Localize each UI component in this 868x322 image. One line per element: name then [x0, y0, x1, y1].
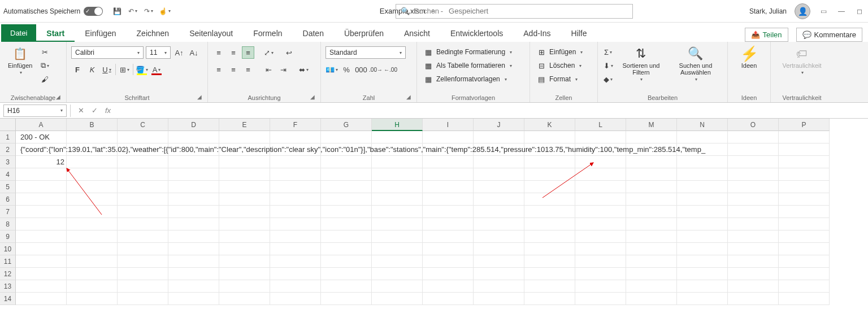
minimize-icon[interactable]: —	[836, 6, 847, 16]
cell-o1[interactable]	[728, 131, 779, 143]
cell-d3[interactable]	[168, 156, 219, 168]
cell-j12[interactable]	[474, 268, 524, 280]
cell-e12[interactable]	[219, 268, 270, 280]
share-button[interactable]: 📤Teilen	[745, 28, 788, 42]
cell-c4[interactable]	[118, 168, 168, 181]
row-header-1[interactable]: 1	[0, 131, 16, 143]
row-header-5[interactable]: 5	[0, 181, 16, 193]
select-all-corner[interactable]	[0, 119, 16, 131]
align-top-icon[interactable]: ≡	[212, 46, 225, 59]
cell-o9[interactable]	[728, 230, 779, 243]
cell-l14[interactable]	[575, 293, 626, 305]
cell-g4[interactable]	[321, 168, 372, 181]
cell-e4[interactable]	[219, 168, 270, 181]
cell-f6[interactable]	[270, 193, 321, 206]
row-header-6[interactable]: 6	[0, 193, 16, 206]
cell-k1[interactable]	[524, 131, 575, 143]
cell-b9[interactable]	[67, 230, 118, 243]
cell-n3[interactable]	[677, 156, 728, 168]
cell-a13[interactable]	[16, 280, 67, 293]
cell-b13[interactable]	[67, 280, 118, 293]
cell-c11[interactable]	[118, 255, 168, 268]
cell-j8[interactable]	[474, 218, 524, 230]
cell-h5[interactable]	[372, 181, 423, 193]
col-header-c[interactable]: C	[118, 119, 168, 131]
cell-o7[interactable]	[728, 206, 779, 218]
find-select-button[interactable]: 🔍 Suchen und Auswählen▾	[669, 44, 723, 84]
tab-help[interactable]: Hilfe	[561, 24, 597, 42]
cell-j6[interactable]	[474, 193, 524, 206]
tab-formulas[interactable]: Formeln	[243, 24, 292, 42]
cell-j9[interactable]	[474, 230, 524, 243]
sort-filter-button[interactable]: ⇅ Sortieren und Filtern▾	[617, 44, 665, 84]
cell-o8[interactable]	[728, 218, 779, 230]
cell-h7[interactable]	[372, 206, 423, 218]
cell-m1[interactable]	[626, 131, 677, 143]
cell-j5[interactable]	[474, 181, 524, 193]
autosave-toggle[interactable]: Automatisches Speichern ✓	[3, 7, 103, 16]
cell-g12[interactable]	[321, 268, 372, 280]
number-format-select[interactable]: Standard▾	[326, 46, 406, 59]
cell-a10[interactable]	[16, 243, 67, 255]
search-input[interactable]: 🔍 Suchen	[396, 4, 633, 19]
cell-g1[interactable]	[321, 131, 372, 143]
cell-o5[interactable]	[728, 181, 779, 193]
cell-k8[interactable]	[524, 218, 575, 230]
cell-n7[interactable]	[677, 206, 728, 218]
comments-button[interactable]: 💬Kommentare	[796, 28, 862, 42]
cell-f7[interactable]	[270, 206, 321, 218]
cell-k7[interactable]	[524, 206, 575, 218]
cell-m9[interactable]	[626, 230, 677, 243]
wrap-text-icon[interactable]: ↩	[283, 46, 295, 59]
sensitivity-button[interactable]: 🏷 Vertraulichkeit▾	[779, 44, 824, 77]
insert-cells-button[interactable]: ⊞Einfügen▾	[535, 46, 585, 58]
cell-c13[interactable]	[118, 280, 168, 293]
cell-e13[interactable]	[219, 280, 270, 293]
cell-g11[interactable]	[321, 255, 372, 268]
cell-e7[interactable]	[219, 206, 270, 218]
cell-f12[interactable]	[270, 268, 321, 280]
autosum-icon[interactable]: Σ▾	[602, 46, 614, 58]
cell-n14[interactable]	[677, 293, 728, 305]
tab-pagelayout[interactable]: Seitenlayout	[179, 24, 243, 42]
save-icon[interactable]: 💾	[112, 6, 122, 16]
align-right-icon[interactable]: ≡	[242, 63, 254, 76]
cell-p5[interactable]	[779, 181, 830, 193]
cell-g6[interactable]	[321, 193, 372, 206]
cell-e9[interactable]	[219, 230, 270, 243]
cell-o11[interactable]	[728, 255, 779, 268]
cell-l12[interactable]	[575, 268, 626, 280]
cell-h11[interactable]	[372, 255, 423, 268]
font-color-icon[interactable]: A▾	[150, 63, 163, 76]
col-header-d[interactable]: D	[168, 119, 219, 131]
row-header-4[interactable]: 4	[0, 168, 16, 181]
format-painter-icon[interactable]: 🖌	[39, 73, 50, 85]
cell-d9[interactable]	[168, 230, 219, 243]
cell-n5[interactable]	[677, 181, 728, 193]
cell-o4[interactable]	[728, 168, 779, 181]
cell-c10[interactable]	[118, 243, 168, 255]
increase-font-icon[interactable]: A↑	[173, 46, 185, 59]
cell-h12[interactable]	[372, 268, 423, 280]
formula-input[interactable]	[115, 105, 868, 117]
cell-c9[interactable]	[118, 230, 168, 243]
borders-icon[interactable]: ⊞▾	[118, 63, 131, 76]
cell-g8[interactable]	[321, 218, 372, 230]
tab-developer[interactable]: Entwicklertools	[440, 24, 513, 42]
maximize-icon[interactable]: ◻	[854, 6, 865, 16]
decrease-indent-icon[interactable]: ⇤	[262, 63, 275, 76]
cell-o12[interactable]	[728, 268, 779, 280]
copy-icon[interactable]: ⧉▾	[39, 60, 50, 71]
row-header-8[interactable]: 8	[0, 218, 16, 230]
tab-data[interactable]: Daten	[293, 24, 334, 42]
cell-d12[interactable]	[168, 268, 219, 280]
cell-p10[interactable]	[779, 243, 830, 255]
cell-o6[interactable]	[728, 193, 779, 206]
cell-h9[interactable]	[372, 230, 423, 243]
redo-icon[interactable]: ↷▾	[144, 6, 154, 16]
cell-p12[interactable]	[779, 268, 830, 280]
cell-a14[interactable]	[16, 293, 67, 305]
cell-p4[interactable]	[779, 168, 830, 181]
cell-m4[interactable]	[626, 168, 677, 181]
cell-a9[interactable]	[16, 230, 67, 243]
